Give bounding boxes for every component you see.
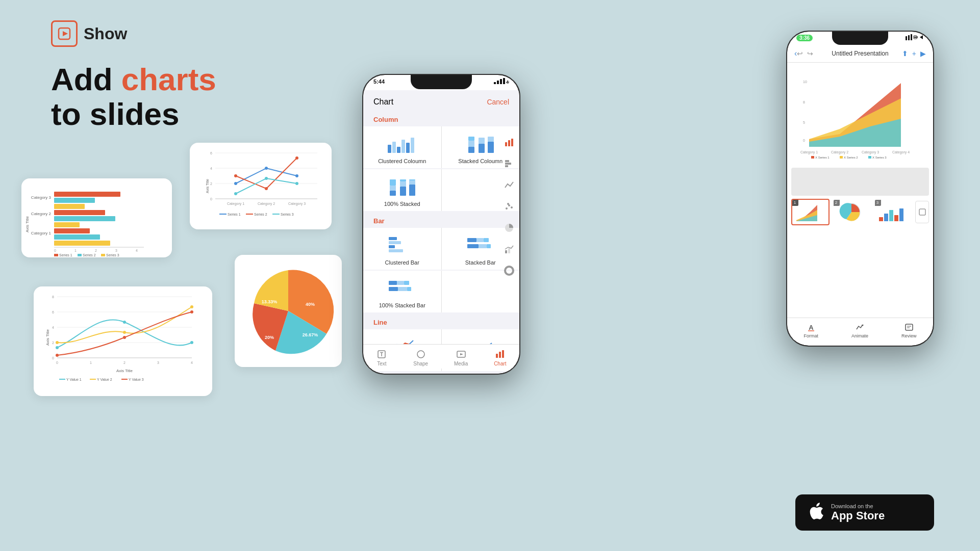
sidebar-column-icon[interactable]: [503, 136, 515, 148]
svg-rect-110: [390, 191, 396, 196]
svg-rect-135: [505, 142, 507, 146]
tab-review-label: Review: [901, 333, 917, 338]
svg-rect-176: [868, 156, 871, 159]
undo-icon[interactable]: ↩: [797, 49, 803, 58]
phone-left-screen: 5:44 4G Chart Cancel Column: [363, 75, 519, 374]
svg-rect-118: [409, 179, 415, 180]
svg-text:Category 2: Category 2: [258, 202, 275, 206]
chart-card-line-top: Axis Title 6 4 2 0 Category 1 Category 2…: [190, 143, 332, 229]
app-store-button[interactable]: Download on the App Store: [795, 494, 934, 531]
svg-point-79: [56, 341, 59, 344]
add-icon[interactable]: +: [912, 49, 916, 58]
svg-point-42: [295, 174, 298, 177]
sidebar-scatter-icon[interactable]: [503, 200, 515, 213]
svg-point-81: [190, 305, 193, 308]
svg-text:0: 0: [56, 361, 58, 364]
svg-point-144: [507, 203, 509, 205]
chart-type-clustered-bar[interactable]: Clustered Bar: [363, 228, 441, 270]
svg-text:Y Value 3: Y Value 3: [129, 378, 144, 381]
sidebar-donut-icon[interactable]: [503, 265, 515, 277]
slide-thumb-1[interactable]: 1: [791, 199, 830, 225]
label-100-stacked-column: 100% Stacked: [384, 201, 420, 207]
chart-card-bar: Category 3 Category 2 Category 1 0 1 2 3…: [21, 178, 172, 257]
svg-rect-119: [389, 237, 397, 240]
sidebar-pie-icon[interactable]: [503, 222, 515, 234]
svg-text:0: 0: [803, 139, 805, 142]
svg-text:Series 2: Series 2: [83, 253, 96, 257]
svg-rect-120: [389, 241, 401, 244]
svg-rect-191: [906, 324, 913, 330]
svg-rect-130: [397, 281, 404, 285]
svg-point-147: [505, 267, 513, 275]
chart-type-100-stacked-column[interactable]: 100% Stacked: [363, 169, 441, 211]
svg-text:3: 3: [157, 361, 159, 364]
add-slide-btn[interactable]: [915, 201, 929, 223]
left-section: Show Add charts to slides: [51, 20, 245, 132]
svg-rect-138: [505, 160, 509, 162]
slide-thumb-2[interactable]: 2: [833, 199, 871, 225]
status-icons-right: [906, 34, 924, 41]
svg-rect-7: [54, 204, 85, 209]
notes-area[interactable]: [791, 168, 929, 196]
tab-format[interactable]: A Format: [803, 322, 818, 338]
svg-rect-134: [407, 287, 411, 291]
svg-rect-126: [467, 244, 479, 248]
svg-text:T: T: [380, 352, 383, 357]
toolbar-media[interactable]: Media: [454, 349, 468, 366]
redo-icon[interactable]: ↪: [807, 49, 813, 58]
svg-rect-154: [499, 352, 501, 358]
headline: Add charts to slides: [51, 62, 245, 132]
svg-text:4: 4: [136, 249, 138, 252]
svg-text:Axis Title: Axis Title: [45, 329, 50, 346]
svg-point-83: [123, 336, 126, 339]
svg-rect-185: [894, 215, 898, 221]
svg-text:X Series 2: X Series 2: [844, 156, 858, 159]
chart-type-clustered-column[interactable]: Clustered Coloumn: [363, 126, 441, 168]
svg-text:Axis Title: Axis Title: [206, 179, 209, 193]
svg-rect-103: [468, 147, 474, 153]
app-store-pre-text: Download on the: [831, 503, 885, 509]
tab-animate[interactable]: Animate: [851, 322, 868, 338]
tab-review[interactable]: Review: [901, 322, 917, 338]
svg-text:Category 1: Category 1: [227, 202, 244, 206]
nav-icons: ↩ ↪: [797, 49, 813, 58]
sidebar-bar-icon[interactable]: [503, 158, 515, 170]
svg-rect-123: [467, 238, 476, 242]
svg-rect-102: [411, 138, 414, 153]
svg-rect-114: [400, 181, 406, 187]
section-label-line: Line: [363, 314, 519, 329]
share-icon[interactable]: ⬆: [902, 49, 908, 58]
svg-point-48: [295, 182, 298, 185]
svg-rect-137: [511, 139, 513, 146]
toolbar-text[interactable]: T Text: [376, 349, 387, 366]
svg-rect-111: [390, 186, 396, 191]
svg-text:4G: 4G: [506, 80, 509, 84]
app-name: Show: [84, 24, 127, 43]
svg-rect-129: [389, 281, 397, 285]
toolbar-chart[interactable]: Chart: [494, 349, 506, 366]
play-icon[interactable]: ▶: [920, 49, 926, 58]
svg-point-43: [234, 174, 237, 177]
sidebar-line-icon[interactable]: [503, 179, 515, 191]
svg-rect-97: [388, 145, 391, 153]
column-grid: Clustered Coloumn Stacked Coloumn: [363, 126, 519, 168]
svg-point-47: [265, 177, 268, 180]
headline-line2: to slides: [51, 97, 245, 132]
svg-text:1: 1: [90, 361, 92, 364]
slide-thumb-3[interactable]: 3: [874, 199, 912, 225]
svg-rect-139: [505, 163, 511, 165]
sidebar-mixed-icon[interactable]: [503, 243, 515, 255]
svg-point-46: [234, 192, 237, 195]
svg-text:Axis Title: Axis Title: [25, 216, 30, 232]
headline-add: Add: [51, 62, 121, 97]
toolbar-shape[interactable]: Shape: [413, 349, 428, 366]
chart-type-100-stacked-bar[interactable]: 100% Stacked Bar: [363, 271, 441, 312]
svg-text:4: 4: [52, 326, 54, 329]
chart-picker-cancel[interactable]: Cancel: [487, 98, 509, 106]
section-label-bar: Bar: [363, 213, 519, 228]
svg-rect-95: [503, 78, 505, 84]
svg-rect-187: [919, 209, 925, 215]
svg-text:Series 3: Series 3: [106, 253, 119, 257]
svg-rect-136: [508, 140, 510, 146]
svg-rect-146: [508, 248, 510, 253]
